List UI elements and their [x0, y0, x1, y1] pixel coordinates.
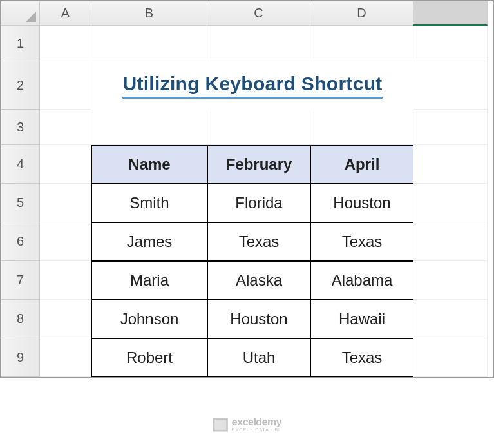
cell-d1[interactable]: [310, 26, 413, 61]
row-header-7[interactable]: 7: [1, 261, 40, 300]
table-row[interactable]: Maria: [91, 261, 207, 300]
table-row[interactable]: Robert: [91, 338, 207, 377]
row-header-5[interactable]: 5: [1, 184, 40, 222]
table-row[interactable]: Texas: [310, 222, 413, 261]
table-row[interactable]: Texas: [310, 338, 413, 377]
cell-c3[interactable]: [207, 110, 310, 145]
col-header-e[interactable]: [413, 1, 488, 26]
cell-a2[interactable]: [40, 61, 91, 110]
cell-a5[interactable]: [40, 184, 91, 222]
table-row[interactable]: Utah: [207, 338, 310, 377]
table-row[interactable]: Texas: [207, 222, 310, 261]
spreadsheet-grid: A B C D 1 2 Utilizing Keyboard Shortcut …: [0, 0, 494, 378]
row-header-2[interactable]: 2: [1, 61, 40, 110]
cell-a8[interactable]: [40, 300, 91, 338]
table-row[interactable]: James: [91, 222, 207, 261]
cell-e6[interactable]: [413, 222, 488, 261]
row-header-4[interactable]: 4: [1, 145, 40, 184]
table-row[interactable]: Johnson: [91, 300, 207, 338]
row-header-3[interactable]: 3: [1, 110, 40, 145]
cell-e2[interactable]: [413, 61, 488, 110]
table-row[interactable]: Alabama: [310, 261, 413, 300]
cell-d3[interactable]: [310, 110, 413, 145]
watermark-text: exceldemy EXCEL · DATA · BI: [232, 417, 281, 432]
row-header-8[interactable]: 8: [1, 300, 40, 338]
cell-c1[interactable]: [207, 26, 310, 61]
cell-a1[interactable]: [40, 26, 91, 61]
cell-b3[interactable]: [91, 110, 207, 145]
page-title: Utilizing Keyboard Shortcut: [122, 73, 382, 99]
cell-e8[interactable]: [413, 300, 488, 338]
cell-e5[interactable]: [413, 184, 488, 222]
cell-e3[interactable]: [413, 110, 488, 145]
row-header-1[interactable]: 1: [1, 26, 40, 61]
table-row[interactable]: Hawaii: [310, 300, 413, 338]
watermark: exceldemy EXCEL · DATA · BI: [213, 417, 281, 432]
cell-e1[interactable]: [413, 26, 488, 61]
col-header-a[interactable]: A: [40, 1, 91, 26]
select-all-corner[interactable]: [1, 1, 40, 26]
col-header-c[interactable]: C: [207, 1, 310, 26]
table-row[interactable]: Alaska: [207, 261, 310, 300]
table-row[interactable]: Houston: [207, 300, 310, 338]
cell-a9[interactable]: [40, 338, 91, 377]
cell-b1[interactable]: [91, 26, 207, 61]
cell-a7[interactable]: [40, 261, 91, 300]
cell-e9[interactable]: [413, 338, 488, 377]
cell-a3[interactable]: [40, 110, 91, 145]
table-header-april[interactable]: April: [310, 145, 413, 184]
cell-a4[interactable]: [40, 145, 91, 184]
row-header-6[interactable]: 6: [1, 222, 40, 261]
watermark-main: exceldemy: [232, 417, 281, 427]
row-header-9[interactable]: 9: [1, 338, 40, 377]
watermark-icon: [213, 418, 228, 432]
title-cell[interactable]: Utilizing Keyboard Shortcut: [91, 61, 413, 110]
col-header-d[interactable]: D: [310, 1, 413, 26]
table-row[interactable]: Houston: [310, 184, 413, 222]
cell-e7[interactable]: [413, 261, 488, 300]
col-header-b[interactable]: B: [91, 1, 207, 26]
watermark-sub: EXCEL · DATA · BI: [232, 427, 281, 432]
table-row[interactable]: Smith: [91, 184, 207, 222]
cell-e4[interactable]: [413, 145, 488, 184]
table-header-name[interactable]: Name: [91, 145, 207, 184]
table-header-february[interactable]: February: [207, 145, 310, 184]
table-row[interactable]: Florida: [207, 184, 310, 222]
cell-a6[interactable]: [40, 222, 91, 261]
